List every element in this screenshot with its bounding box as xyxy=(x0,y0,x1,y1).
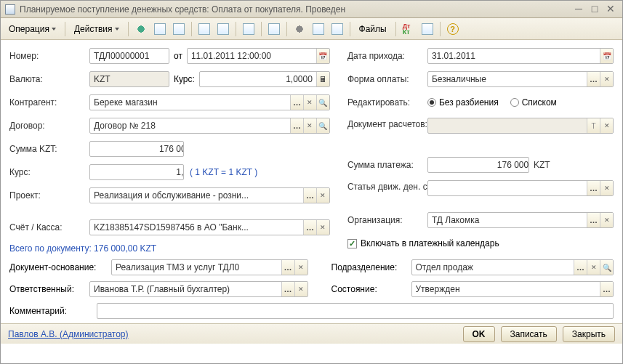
type-icon[interactable] xyxy=(587,118,600,133)
separator xyxy=(261,22,262,36)
select-icon[interactable] xyxy=(587,72,600,86)
toolbar-icon-3[interactable] xyxy=(170,21,188,37)
clear-icon[interactable] xyxy=(316,220,329,235)
sum-input[interactable] xyxy=(90,142,184,156)
project-field[interactable] xyxy=(89,187,330,203)
radio-no-split[interactable]: Без разбиения xyxy=(427,97,499,108)
date-field[interactable] xyxy=(187,48,330,64)
toolbar-icon-5[interactable] xyxy=(214,21,232,37)
current-user-link[interactable]: Павлов А.В. (Администратор) xyxy=(8,329,457,339)
include-calendar-checkbox[interactable]: ✓Включать в платежный календарь xyxy=(347,238,499,248)
resp-input[interactable] xyxy=(90,282,281,296)
project-input[interactable] xyxy=(90,188,303,203)
contract-input[interactable] xyxy=(90,118,290,133)
rate-top-input[interactable] xyxy=(200,72,316,86)
basis-field[interactable] xyxy=(111,259,308,275)
number-input[interactable] xyxy=(90,49,169,63)
calc-icon[interactable] xyxy=(316,72,329,86)
contragent-input[interactable] xyxy=(90,95,290,110)
select-icon[interactable] xyxy=(600,282,613,296)
rate2-field[interactable] xyxy=(89,164,184,180)
settle-field[interactable] xyxy=(427,118,614,134)
select-icon[interactable] xyxy=(303,188,316,203)
cashflow-label: Статья движ. ден. средств: xyxy=(347,179,427,192)
close-form-button[interactable]: Закрыть xyxy=(563,326,615,342)
select-icon[interactable] xyxy=(281,282,294,296)
status-input[interactable] xyxy=(412,282,600,296)
radio-list-label: Списком xyxy=(522,97,557,108)
toolbar-icon-9[interactable] xyxy=(310,21,327,37)
resp-label: Ответственный: xyxy=(9,284,89,294)
paysum-field[interactable] xyxy=(427,157,529,173)
clear-icon[interactable] xyxy=(294,260,308,275)
contragent-field[interactable] xyxy=(89,94,330,110)
search-icon[interactable] xyxy=(316,95,329,110)
number-field[interactable] xyxy=(89,48,169,64)
select-icon[interactable] xyxy=(290,118,303,133)
payform-field[interactable] xyxy=(427,71,614,87)
save-button[interactable]: Записать xyxy=(501,326,557,342)
files-menu[interactable]: Файлы xyxy=(354,21,392,37)
account-field[interactable] xyxy=(89,219,330,235)
clear-icon[interactable] xyxy=(303,118,316,133)
toolbar-icon-4[interactable] xyxy=(196,21,213,37)
toolbar-icon-7[interactable] xyxy=(265,21,283,37)
dept-field[interactable] xyxy=(411,259,614,275)
clear-icon[interactable] xyxy=(316,188,329,203)
help-button[interactable]: ? xyxy=(444,21,462,37)
select-icon[interactable] xyxy=(290,95,303,110)
toolbar-icon-6[interactable] xyxy=(240,21,257,37)
toolbar-icon-2[interactable] xyxy=(151,21,169,37)
comment-input[interactable] xyxy=(97,304,613,318)
dtkt-button[interactable]: ДтКт xyxy=(400,21,417,37)
select-icon[interactable] xyxy=(587,213,600,227)
clear-icon[interactable] xyxy=(600,118,613,133)
select-icon[interactable] xyxy=(281,260,294,275)
search-icon[interactable] xyxy=(316,118,329,133)
basis-input[interactable] xyxy=(112,260,281,275)
rate-top-field[interactable] xyxy=(199,71,330,87)
clear-icon[interactable] xyxy=(600,181,613,195)
cashflow-field[interactable] xyxy=(427,180,614,196)
comment-field[interactable] xyxy=(97,303,614,319)
clear-icon[interactable] xyxy=(303,95,316,110)
paysum-input[interactable] xyxy=(428,158,529,172)
clear-icon[interactable] xyxy=(294,282,308,296)
resp-field[interactable] xyxy=(89,281,308,297)
toolbar-icon-1[interactable] xyxy=(132,21,150,37)
rate2-input[interactable] xyxy=(90,165,184,179)
actions-menu[interactable]: Действия xyxy=(69,21,124,37)
payform-input[interactable] xyxy=(428,72,587,86)
status-field[interactable] xyxy=(411,281,614,297)
org-field[interactable] xyxy=(427,212,614,228)
toolbar-icon-11[interactable] xyxy=(419,21,436,37)
minimize-button[interactable]: ─ xyxy=(571,4,586,15)
currency-field[interactable] xyxy=(89,71,169,87)
ok-button[interactable]: OK xyxy=(463,326,495,342)
sum-field[interactable] xyxy=(89,141,184,157)
date-input[interactable] xyxy=(188,49,316,63)
titlebar[interactable]: Планируемое поступление денежных средств… xyxy=(1,1,622,18)
org-input[interactable] xyxy=(428,213,587,227)
contract-field[interactable] xyxy=(89,118,330,134)
select-icon[interactable] xyxy=(574,260,587,275)
clear-icon[interactable] xyxy=(587,260,600,275)
toolbar-icon-8[interactable] xyxy=(291,21,308,37)
calendar-icon[interactable] xyxy=(600,49,613,63)
arrival-field[interactable] xyxy=(427,48,614,64)
toolbar-icon-10[interactable] xyxy=(329,21,346,37)
search-icon[interactable] xyxy=(600,260,613,275)
dept-input[interactable] xyxy=(412,260,574,275)
operation-menu[interactable]: Операция xyxy=(4,21,61,37)
cashflow-input[interactable] xyxy=(428,181,587,195)
clear-icon[interactable] xyxy=(600,213,613,227)
calendar-icon[interactable] xyxy=(316,49,329,63)
close-button[interactable]: ✕ xyxy=(603,4,618,15)
radio-list[interactable]: Списком xyxy=(510,97,557,108)
account-input[interactable] xyxy=(90,220,303,235)
arrival-input[interactable] xyxy=(428,49,600,63)
clear-icon[interactable] xyxy=(600,72,613,86)
select-icon[interactable] xyxy=(303,220,316,235)
maximize-button[interactable]: □ xyxy=(587,4,602,15)
select-icon[interactable] xyxy=(587,181,600,195)
